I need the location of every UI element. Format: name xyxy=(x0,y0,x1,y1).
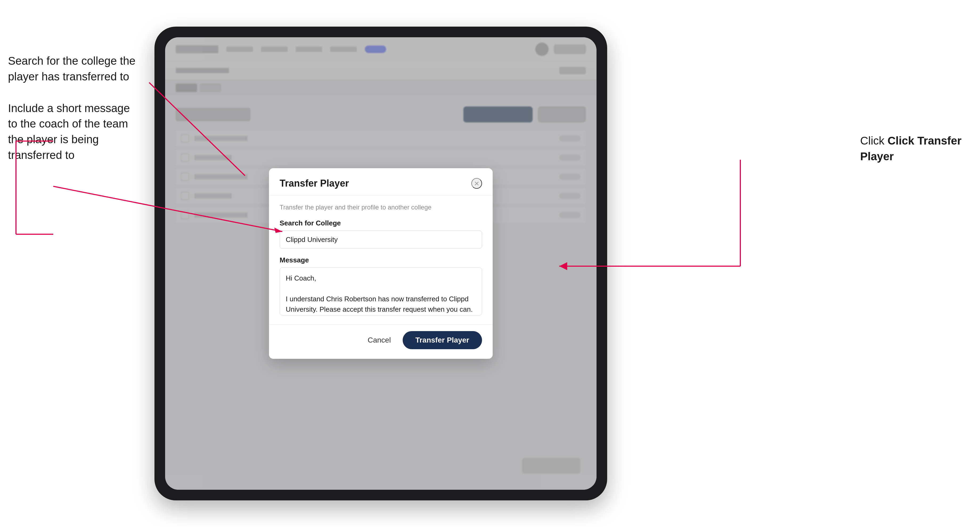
transfer-player-modal: Transfer Player × Transfer the player an… xyxy=(269,168,493,359)
search-college-label: Search for College xyxy=(280,219,482,227)
cancel-button[interactable]: Cancel xyxy=(362,333,396,348)
tablet-device: Transfer Player × Transfer the player an… xyxy=(154,27,607,500)
modal-body: Transfer the player and their profile to… xyxy=(269,195,493,324)
search-college-input[interactable] xyxy=(280,230,482,249)
modal-close-button[interactable]: × xyxy=(471,178,482,189)
annotation-text-message: Include a short messageto the coach of t… xyxy=(8,101,149,163)
annotation-right: Click Click Transfer Player xyxy=(860,133,972,165)
message-textarea[interactable] xyxy=(280,268,482,316)
modal-header: Transfer Player × xyxy=(269,168,493,195)
tablet-outer: Transfer Player × Transfer the player an… xyxy=(154,27,607,500)
annotation-text-right: Click Click Transfer Player xyxy=(860,133,972,165)
transfer-player-button[interactable]: Transfer Player xyxy=(402,331,482,349)
annotation-left: Search for the college the player has tr… xyxy=(8,53,149,179)
annotation-text-search: Search for the college the player has tr… xyxy=(8,53,149,85)
message-label: Message xyxy=(280,256,482,264)
modal-subtitle: Transfer the player and their profile to… xyxy=(280,204,482,211)
modal-overlay: Transfer Player × Transfer the player an… xyxy=(165,37,597,490)
modal-footer: Cancel Transfer Player xyxy=(269,324,493,359)
modal-title: Transfer Player xyxy=(280,178,349,189)
tablet-screen: Transfer Player × Transfer the player an… xyxy=(165,37,597,490)
